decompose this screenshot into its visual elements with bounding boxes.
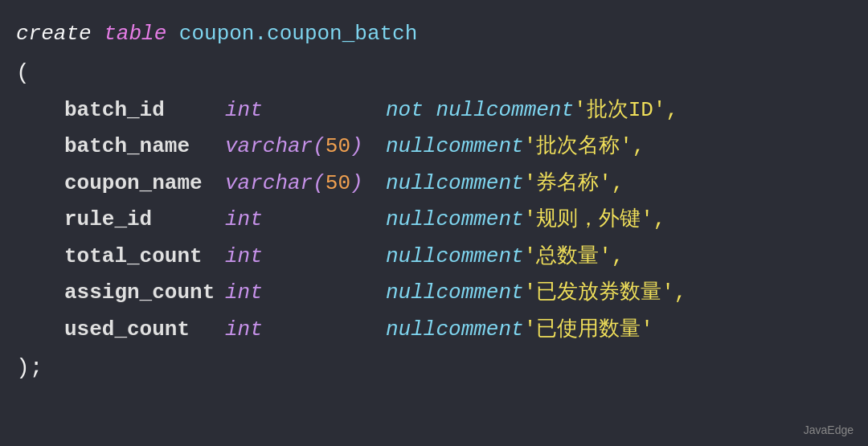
col-name: assign_count — [64, 275, 225, 312]
col-type: int — [225, 280, 263, 305]
col-comment-keyword: comment — [486, 92, 574, 129]
col-type: varchar( — [225, 134, 326, 158]
col-name: rule_id — [64, 202, 225, 239]
col-comment-value: '已使用数量' — [524, 312, 653, 349]
col-comment-value: '规则，外键', — [524, 202, 666, 239]
col-name: batch_name — [64, 129, 225, 166]
col-nullable: null — [386, 202, 436, 239]
col-type-cell: int — [225, 275, 386, 312]
keyword-table: table — [104, 16, 166, 53]
close-paren-line: ); — [16, 348, 844, 387]
col-type: int — [225, 317, 263, 342]
col-comment-keyword: comment — [436, 129, 523, 166]
col-nullable: null — [386, 129, 436, 166]
col-type: int — [225, 207, 263, 231]
open-paren-line: ( — [16, 53, 844, 92]
col-comment-keyword: comment — [436, 202, 523, 239]
col-comment-value: '已发放券数量', — [524, 275, 687, 312]
col-nullable: null — [386, 312, 436, 349]
col-comment-keyword: comment — [436, 166, 523, 203]
col-comment-value: '总数量', — [524, 239, 624, 276]
col-type-close: ) — [350, 134, 363, 158]
keyword-create: create — [16, 16, 92, 53]
col-name: used_count — [64, 312, 225, 349]
column-row: batch_namevarchar(50)null comment '批次名称'… — [16, 129, 844, 166]
col-type: varchar( — [225, 171, 326, 195]
col-comment-value: '券名称', — [524, 166, 624, 203]
col-comment-keyword: comment — [436, 239, 523, 276]
col-type-param: 50 — [326, 171, 350, 195]
col-type: int — [225, 244, 263, 268]
column-row: total_countintnull comment '总数量', — [16, 239, 844, 276]
col-type-cell: int — [225, 239, 386, 276]
col-comment-keyword: comment — [436, 312, 523, 349]
col-type-close: ) — [350, 171, 363, 195]
close-paren: ); — [16, 348, 43, 387]
col-comment-keyword: comment — [436, 275, 523, 312]
columns-container: batch_idintnot null comment '批次ID',batch… — [16, 92, 844, 349]
col-type-cell: int — [225, 92, 386, 129]
header-line: create table coupon.coupon_batch — [16, 16, 844, 53]
col-nullable: not null — [386, 92, 486, 129]
col-name: total_count — [64, 239, 225, 276]
col-nullable: null — [386, 166, 436, 203]
col-name: batch_id — [64, 92, 225, 129]
open-paren: ( — [16, 53, 30, 92]
column-row: batch_idintnot null comment '批次ID', — [16, 92, 844, 129]
watermark: JavaEdge — [804, 423, 854, 436]
col-comment-value: '批次名称', — [524, 129, 645, 166]
col-nullable: null — [386, 275, 436, 312]
column-row: used_countintnull comment '已使用数量' — [16, 312, 844, 349]
col-type-cell: varchar(50) — [225, 166, 386, 203]
col-comment-value: '批次ID', — [574, 92, 678, 129]
col-name: coupon_name — [64, 166, 225, 203]
col-type: int — [225, 98, 263, 122]
column-row: assign_countintnull comment '已发放券数量', — [16, 275, 844, 312]
table-name: coupon.coupon_batch — [179, 16, 417, 53]
code-block: create table coupon.coupon_batch ( batch… — [0, 0, 868, 403]
col-nullable: null — [386, 239, 436, 276]
col-type-cell: int — [225, 312, 386, 349]
col-type-cell: int — [225, 202, 386, 239]
column-row: coupon_namevarchar(50)null comment '券名称'… — [16, 166, 844, 203]
column-row: rule_idintnull comment '规则，外键', — [16, 202, 844, 239]
col-type-cell: varchar(50) — [225, 129, 386, 166]
col-type-param: 50 — [326, 134, 350, 158]
